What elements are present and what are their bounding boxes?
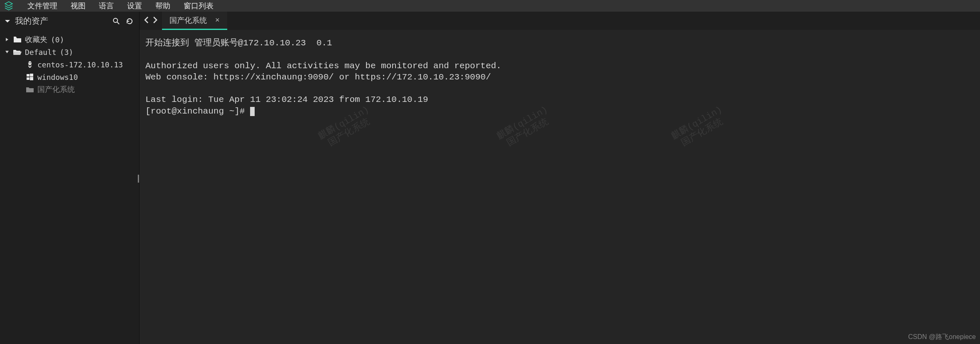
svg-rect-5 <box>27 74 29 77</box>
term-line: Last login: Tue Apr 11 23:02:24 2023 fro… <box>145 95 428 104</box>
chevron-down-icon <box>4 50 10 54</box>
sidebar: 我的资产 收藏夹 (0) <box>0 12 140 344</box>
cursor-icon <box>250 107 255 116</box>
tree-node-windows[interactable]: windows10 <box>0 71 139 83</box>
menubar: 文件管理 视图 语言 设置 帮助 窗口列表 <box>0 0 980 12</box>
folder-icon <box>26 87 34 92</box>
tab-prev-icon[interactable] <box>144 16 150 25</box>
tree-node-label: windows10 <box>37 73 78 82</box>
term-line: Authorized users only. All activities ma… <box>145 61 501 71</box>
tree-favorites[interactable]: 收藏夹 (0) <box>0 33 139 46</box>
svg-point-4 <box>30 62 31 64</box>
term-line: 开始连接到 管理员账号 <box>145 38 238 48</box>
menu-windows[interactable]: 窗口列表 <box>184 1 214 11</box>
tree-default[interactable]: Default (3) <box>0 46 139 58</box>
menu-file[interactable]: 文件管理 <box>27 1 57 11</box>
tab-next-icon[interactable] <box>152 16 158 25</box>
linux-icon <box>26 61 34 68</box>
watermark: 麒麟(qilin) 国产化系统 <box>317 104 377 152</box>
sidebar-title: 我的资产 <box>15 15 48 27</box>
menu-help[interactable]: 帮助 <box>155 1 170 11</box>
content-area: || 国产化系统 × 开始连接到 管理员账号@172.10.10.23 0.1 … <box>140 12 980 344</box>
svg-point-0 <box>113 18 118 22</box>
tab-active[interactable]: 国产化系统 × <box>162 12 227 30</box>
tab-title: 国产化系统 <box>169 15 207 25</box>
svg-point-3 <box>29 62 29 64</box>
svg-rect-6 <box>30 74 33 77</box>
asset-tree: 收藏夹 (0) Default (3) centos-172.10.10.13 <box>0 30 139 99</box>
tree-default-count: (3) <box>60 48 74 57</box>
watermark: 麒麟(qilin) 国产化系统 <box>670 104 730 152</box>
sidebar-header: 我的资产 <box>0 12 139 30</box>
svg-line-1 <box>117 22 119 24</box>
svg-rect-7 <box>27 77 29 80</box>
tree-default-label: Default <box>25 48 56 57</box>
svg-rect-8 <box>30 77 33 80</box>
tree-node-label: 国产化系统 <box>37 84 75 94</box>
search-icon[interactable] <box>113 16 120 26</box>
tree-favorites-count: (0) <box>51 35 64 44</box>
menu-language[interactable]: 语言 <box>99 1 114 11</box>
terminal[interactable]: 开始连接到 管理员账号@172.10.10.23 0.1 Authorized … <box>140 30 980 344</box>
watermark: 麒麟(qilin) 国产化系统 <box>495 104 555 152</box>
svg-point-2 <box>28 61 32 65</box>
menu-settings[interactable]: 设置 <box>127 1 142 11</box>
chevron-right-icon <box>4 37 10 42</box>
tree-node-label: centos-172.10.10.13 <box>37 60 123 69</box>
tabbar: 国产化系统 × <box>140 12 980 30</box>
tree-node-domestic[interactable]: 国产化系统 <box>0 83 139 96</box>
tree-node-centos[interactable]: centos-172.10.10.13 <box>0 58 139 71</box>
term-line: 0.1 <box>306 38 332 48</box>
windows-icon <box>26 74 34 80</box>
term-prompt: [root@xinchaung ~]# <box>145 106 250 116</box>
app-logo-icon <box>3 0 14 11</box>
csdn-attribution: CSDN @路飞onepiece <box>908 333 976 342</box>
menu-view[interactable]: 视图 <box>71 1 86 11</box>
folder-icon <box>13 37 22 42</box>
folder-open-icon <box>13 49 22 55</box>
term-line: Web console: https://xinchaung:9090/ or … <box>145 72 491 82</box>
tree-favorites-label: 收藏夹 <box>25 35 47 45</box>
refresh-icon[interactable] <box>126 16 133 26</box>
term-line: @172.10.10.23 <box>238 38 306 48</box>
collapse-icon[interactable] <box>4 16 11 26</box>
splitter-handle[interactable]: || <box>137 173 138 183</box>
tab-close-icon[interactable]: × <box>215 16 220 25</box>
